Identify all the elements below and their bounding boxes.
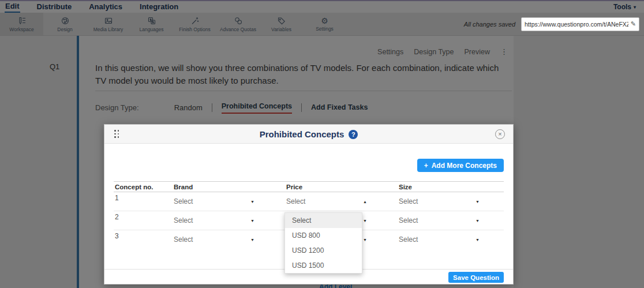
column-header-price: Price (286, 184, 302, 190)
modal-header: Prohibited Concepts ? × (104, 125, 513, 144)
select-value: Select (174, 216, 193, 225)
select-value: Select (399, 235, 418, 244)
add-more-concepts-button[interactable]: + Add More Concepts (417, 159, 504, 172)
size-select-row1[interactable]: Select ▼ (399, 197, 480, 205)
select-value: Select (399, 216, 418, 225)
table-header-row: Concept no. Brand Price Size (114, 181, 504, 192)
brand-select-row3[interactable]: Select ▼ (174, 235, 254, 244)
size-select-row3[interactable]: Select ▼ (399, 235, 480, 244)
column-header-concept-no: Concept no. (115, 184, 153, 190)
caret-down-icon: ▼ (363, 238, 367, 242)
questionpro-survey-editor: Edit Distribute Analytics Integration To… (0, 0, 644, 288)
help-icon[interactable]: ? (349, 130, 358, 139)
survey-url-input[interactable] (525, 21, 628, 28)
price-select-row1[interactable]: Select ▲ (286, 197, 367, 205)
brand-select-row2[interactable]: Select ▼ (174, 216, 254, 225)
modal-title-wrap: Prohibited Concepts ? (104, 125, 513, 144)
caret-down-icon: ▼ (250, 219, 254, 223)
caret-down-icon: ▼ (475, 200, 480, 204)
modal-title: Prohibited Concepts (260, 129, 345, 139)
caret-down-icon: ▼ (475, 219, 480, 223)
concept-number: 3 (115, 232, 119, 240)
table-row: 1 Select ▼ Select ▲ Select ▼ (114, 192, 504, 211)
save-question-button[interactable]: Save Question (448, 272, 504, 283)
dropdown-option-usd-1200[interactable]: USD 1200 (285, 243, 362, 258)
column-header-brand: Brand (174, 184, 193, 190)
edit-pencil-icon[interactable]: ✎ (631, 20, 636, 28)
price-dropdown-menu: Select USD 800 USD 1200 USD 1500 (284, 212, 362, 274)
prohibited-concepts-modal: Prohibited Concepts ? × + Add More Conce… (104, 124, 514, 285)
select-value: Select (286, 197, 305, 205)
close-icon[interactable]: × (495, 129, 505, 139)
size-select-row2[interactable]: Select ▼ (399, 216, 480, 225)
caret-down-icon: ▼ (250, 200, 254, 204)
concept-number: 1 (115, 194, 119, 202)
select-value: Select (174, 197, 193, 205)
add-more-concepts-label: Add More Concepts (432, 162, 497, 170)
dropdown-option-usd-800[interactable]: USD 800 (285, 228, 362, 243)
caret-up-icon: ▲ (363, 200, 367, 204)
caret-down-icon: ▼ (475, 238, 480, 242)
dropdown-option-select[interactable]: Select (285, 213, 362, 228)
brand-select-row1[interactable]: Select ▼ (174, 197, 254, 205)
dropdown-option-usd-1500[interactable]: USD 1500 (285, 258, 362, 273)
select-value: Select (174, 235, 193, 244)
plus-icon: + (424, 162, 428, 170)
caret-down-icon: ▼ (363, 219, 367, 223)
select-value: Select (399, 197, 418, 205)
column-header-size: Size (399, 184, 412, 190)
survey-url-field[interactable]: ✎ (521, 17, 639, 31)
caret-down-icon: ▼ (250, 238, 254, 242)
concept-number: 2 (115, 213, 119, 221)
